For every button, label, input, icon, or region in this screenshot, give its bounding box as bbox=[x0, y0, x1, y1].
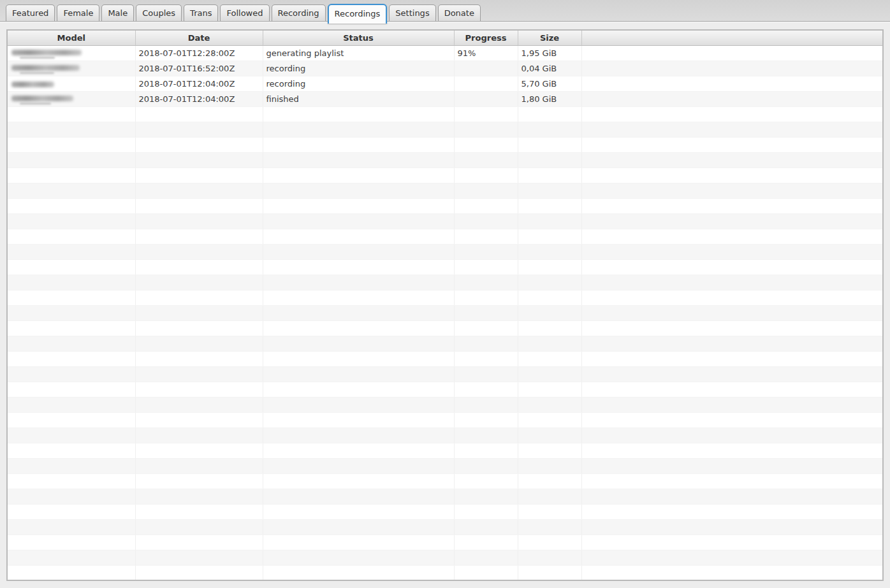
progress-cell bbox=[454, 489, 518, 504]
empty-table-row[interactable] bbox=[7, 443, 883, 458]
column-header-progress[interactable]: Progress bbox=[454, 30, 518, 45]
empty-table-row[interactable] bbox=[7, 229, 883, 244]
empty-table-row[interactable] bbox=[7, 504, 883, 519]
empty-table-row[interactable] bbox=[7, 412, 883, 427]
empty-table-row[interactable] bbox=[7, 122, 883, 137]
extra-cell bbox=[581, 137, 883, 152]
empty-table-row[interactable] bbox=[7, 305, 883, 320]
date-cell bbox=[135, 198, 263, 213]
empty-table-row[interactable] bbox=[7, 534, 883, 550]
empty-table-row[interactable] bbox=[7, 489, 883, 504]
empty-table-row[interactable] bbox=[7, 290, 883, 305]
size-cell bbox=[518, 473, 581, 489]
empty-table-row[interactable] bbox=[7, 336, 883, 351]
status-cell bbox=[263, 351, 454, 366]
table-row[interactable]: 2018-07-01T12:04:00Zfinished1,80 GiB bbox=[7, 91, 883, 106]
content-area: Model Date Status Progress Size 2018-07-… bbox=[0, 22, 890, 581]
status-cell bbox=[263, 244, 454, 259]
recordings-table-body: 2018-07-01T12:28:00Zgenerating playlist9… bbox=[7, 45, 883, 580]
empty-table-row[interactable] bbox=[7, 427, 883, 443]
tab-followed[interactable]: Followed bbox=[220, 4, 269, 21]
status-cell bbox=[263, 305, 454, 320]
tab-recordings[interactable]: Recordings bbox=[328, 4, 388, 24]
empty-table-row[interactable] bbox=[7, 366, 883, 382]
extra-cell bbox=[581, 336, 883, 351]
tab-settings[interactable]: Settings bbox=[389, 4, 435, 21]
empty-table-row[interactable] bbox=[7, 275, 883, 290]
table-row[interactable]: 2018-07-01T16:52:00Zrecording0,04 GiB bbox=[7, 61, 883, 76]
table-row[interactable]: 2018-07-01T12:04:00Zrecording5,70 GiB bbox=[7, 76, 883, 91]
empty-table-row[interactable] bbox=[7, 382, 883, 397]
empty-table-row[interactable] bbox=[7, 152, 883, 168]
model-cell bbox=[7, 397, 135, 412]
empty-table-row[interactable] bbox=[7, 320, 883, 336]
extra-cell bbox=[581, 229, 883, 244]
extra-cell bbox=[581, 290, 883, 305]
status-cell bbox=[263, 427, 454, 443]
model-cell bbox=[7, 198, 135, 213]
empty-table-row[interactable] bbox=[7, 213, 883, 229]
model-cell bbox=[7, 565, 135, 580]
empty-table-row[interactable] bbox=[7, 473, 883, 489]
date-cell bbox=[135, 320, 263, 336]
progress-cell bbox=[454, 229, 518, 244]
date-cell bbox=[135, 213, 263, 229]
tab-trans[interactable]: Trans bbox=[184, 4, 218, 21]
date-cell bbox=[135, 565, 263, 580]
empty-table-row[interactable] bbox=[7, 168, 883, 183]
empty-table-row[interactable] bbox=[7, 106, 883, 122]
progress-cell bbox=[454, 366, 518, 382]
column-header-size[interactable]: Size bbox=[518, 30, 581, 45]
size-cell bbox=[518, 397, 581, 412]
status-cell bbox=[263, 366, 454, 382]
empty-table-row[interactable] bbox=[7, 550, 883, 565]
date-cell bbox=[135, 259, 263, 275]
empty-table-row[interactable] bbox=[7, 183, 883, 198]
column-header-model[interactable]: Model bbox=[7, 30, 135, 45]
table-row[interactable]: 2018-07-01T12:28:00Zgenerating playlist9… bbox=[7, 45, 883, 61]
extra-cell bbox=[581, 76, 883, 91]
date-cell bbox=[135, 489, 263, 504]
empty-table-row[interactable] bbox=[7, 198, 883, 213]
empty-table-row[interactable] bbox=[7, 565, 883, 580]
model-cell bbox=[7, 122, 135, 137]
progress-cell bbox=[454, 275, 518, 290]
progress-cell bbox=[454, 427, 518, 443]
progress-cell bbox=[454, 259, 518, 275]
empty-table-row[interactable] bbox=[7, 244, 883, 259]
model-cell bbox=[7, 290, 135, 305]
empty-table-row[interactable] bbox=[7, 351, 883, 366]
size-cell bbox=[518, 275, 581, 290]
progress-cell bbox=[454, 198, 518, 213]
size-cell bbox=[518, 519, 581, 534]
column-header-extra[interactable] bbox=[581, 30, 883, 45]
extra-cell bbox=[581, 351, 883, 366]
date-cell bbox=[135, 397, 263, 412]
date-cell bbox=[135, 229, 263, 244]
model-cell bbox=[7, 91, 135, 106]
column-header-status[interactable]: Status bbox=[263, 30, 454, 45]
extra-cell bbox=[581, 550, 883, 565]
extra-cell bbox=[581, 427, 883, 443]
size-cell bbox=[518, 213, 581, 229]
tab-donate[interactable]: Donate bbox=[438, 4, 481, 21]
tab-couples[interactable]: Couples bbox=[136, 4, 182, 21]
date-cell bbox=[135, 275, 263, 290]
status-cell bbox=[263, 443, 454, 458]
model-cell bbox=[7, 137, 135, 152]
empty-table-row[interactable] bbox=[7, 458, 883, 473]
redacted-model-name bbox=[11, 96, 73, 101]
tab-recording[interactable]: Recording bbox=[272, 4, 326, 21]
progress-cell bbox=[454, 61, 518, 76]
empty-table-row[interactable] bbox=[7, 519, 883, 534]
tab-female[interactable]: Female bbox=[57, 4, 99, 21]
date-cell bbox=[135, 382, 263, 397]
empty-table-row[interactable] bbox=[7, 259, 883, 275]
tab-featured[interactable]: Featured bbox=[6, 4, 55, 21]
column-header-date[interactable]: Date bbox=[135, 30, 263, 45]
status-cell bbox=[263, 229, 454, 244]
tab-male[interactable]: Male bbox=[101, 4, 134, 21]
extra-cell bbox=[581, 305, 883, 320]
empty-table-row[interactable] bbox=[7, 137, 883, 152]
empty-table-row[interactable] bbox=[7, 397, 883, 412]
